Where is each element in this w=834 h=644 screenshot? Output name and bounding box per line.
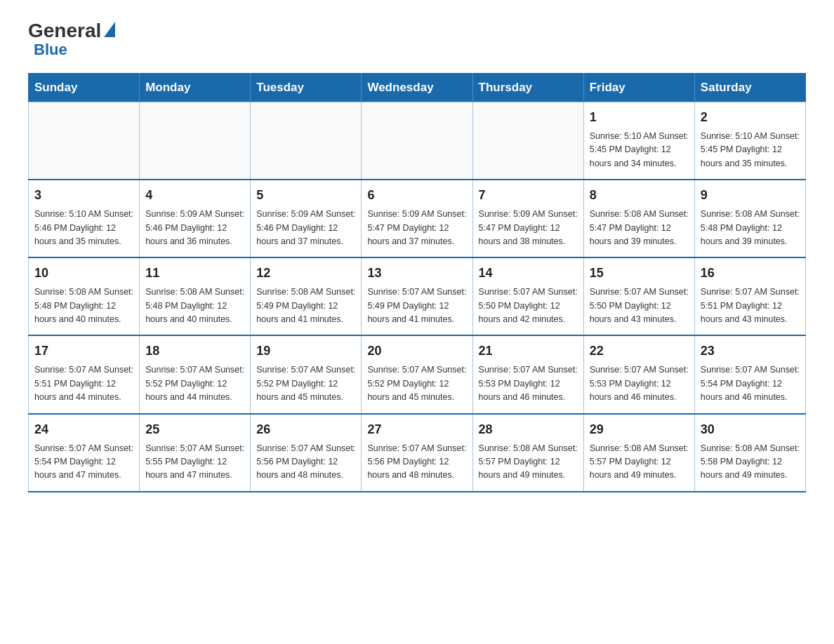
calendar-cell: 27Sunrise: 5:07 AM Sunset: 5:56 PM Dayli… — [362, 414, 472, 492]
day-of-week-header: Sunday — [29, 74, 140, 102]
day-number: 1 — [590, 108, 689, 127]
calendar-cell: 17Sunrise: 5:07 AM Sunset: 5:51 PM Dayli… — [29, 335, 140, 413]
day-info: Sunrise: 5:07 AM Sunset: 5:55 PM Dayligh… — [145, 442, 244, 483]
day-number: 19 — [256, 342, 355, 361]
day-info: Sunrise: 5:10 AM Sunset: 5:45 PM Dayligh… — [590, 130, 689, 170]
day-number: 7 — [479, 186, 578, 205]
day-of-week-header: Saturday — [694, 74, 805, 102]
day-info: Sunrise: 5:09 AM Sunset: 5:47 PM Dayligh… — [367, 208, 466, 248]
day-number: 27 — [367, 420, 466, 439]
calendar-cell — [472, 102, 583, 180]
logo-triangle-icon — [104, 22, 115, 37]
day-of-week-header: Thursday — [472, 74, 583, 102]
day-info: Sunrise: 5:08 AM Sunset: 5:57 PM Dayligh… — [590, 442, 689, 483]
day-info: Sunrise: 5:08 AM Sunset: 5:49 PM Dayligh… — [256, 286, 355, 326]
calendar-week-row: 10Sunrise: 5:08 AM Sunset: 5:48 PM Dayli… — [29, 257, 806, 335]
logo-general-text: General — [28, 21, 101, 41]
day-number: 15 — [590, 264, 689, 283]
day-of-week-header: Friday — [583, 74, 694, 102]
day-info: Sunrise: 5:10 AM Sunset: 5:45 PM Dayligh… — [701, 130, 800, 170]
calendar-cell: 5Sunrise: 5:09 AM Sunset: 5:46 PM Daylig… — [251, 180, 362, 257]
day-number: 21 — [479, 342, 578, 361]
day-info: Sunrise: 5:07 AM Sunset: 5:50 PM Dayligh… — [479, 286, 578, 326]
page-header: General Blue — [28, 21, 806, 59]
calendar-cell: 7Sunrise: 5:09 AM Sunset: 5:47 PM Daylig… — [472, 180, 583, 257]
calendar-cell: 6Sunrise: 5:09 AM Sunset: 5:47 PM Daylig… — [362, 180, 472, 257]
calendar-cell: 19Sunrise: 5:07 AM Sunset: 5:52 PM Dayli… — [251, 335, 362, 413]
calendar-week-row: 17Sunrise: 5:07 AM Sunset: 5:51 PM Dayli… — [29, 335, 806, 413]
day-info: Sunrise: 5:07 AM Sunset: 5:53 PM Dayligh… — [590, 363, 689, 404]
calendar-cell: 14Sunrise: 5:07 AM Sunset: 5:50 PM Dayli… — [472, 257, 583, 335]
day-info: Sunrise: 5:08 AM Sunset: 5:48 PM Dayligh… — [701, 208, 800, 248]
day-number: 14 — [479, 264, 578, 283]
calendar-cell: 26Sunrise: 5:07 AM Sunset: 5:56 PM Dayli… — [251, 414, 362, 492]
day-info: Sunrise: 5:07 AM Sunset: 5:53 PM Dayligh… — [479, 363, 578, 404]
day-info: Sunrise: 5:07 AM Sunset: 5:54 PM Dayligh… — [701, 363, 800, 404]
day-of-week-header: Tuesday — [251, 74, 362, 102]
day-number: 10 — [34, 264, 133, 283]
day-info: Sunrise: 5:07 AM Sunset: 5:52 PM Dayligh… — [145, 363, 244, 404]
calendar-header-row: SundayMondayTuesdayWednesdayThursdayFrid… — [29, 74, 806, 102]
calendar-cell: 9Sunrise: 5:08 AM Sunset: 5:48 PM Daylig… — [694, 180, 805, 257]
day-info: Sunrise: 5:07 AM Sunset: 5:52 PM Dayligh… — [367, 363, 466, 404]
day-number: 29 — [590, 420, 689, 439]
day-info: Sunrise: 5:09 AM Sunset: 5:46 PM Dayligh… — [256, 208, 355, 248]
calendar-cell: 2Sunrise: 5:10 AM Sunset: 5:45 PM Daylig… — [694, 102, 805, 180]
calendar-week-row: 1Sunrise: 5:10 AM Sunset: 5:45 PM Daylig… — [29, 102, 806, 180]
calendar-cell: 20Sunrise: 5:07 AM Sunset: 5:52 PM Dayli… — [362, 335, 472, 413]
calendar-cell: 22Sunrise: 5:07 AM Sunset: 5:53 PM Dayli… — [583, 335, 694, 413]
calendar-table: SundayMondayTuesdayWednesdayThursdayFrid… — [28, 73, 806, 492]
day-number: 8 — [590, 186, 689, 205]
day-info: Sunrise: 5:07 AM Sunset: 5:51 PM Dayligh… — [701, 286, 800, 326]
calendar-cell: 13Sunrise: 5:07 AM Sunset: 5:49 PM Dayli… — [362, 257, 472, 335]
calendar-cell: 30Sunrise: 5:08 AM Sunset: 5:58 PM Dayli… — [694, 414, 805, 492]
calendar-cell: 4Sunrise: 5:09 AM Sunset: 5:46 PM Daylig… — [140, 180, 251, 257]
calendar-cell — [140, 102, 251, 180]
calendar-cell: 16Sunrise: 5:07 AM Sunset: 5:51 PM Dayli… — [694, 257, 805, 335]
day-info: Sunrise: 5:07 AM Sunset: 5:52 PM Dayligh… — [256, 363, 355, 404]
day-info: Sunrise: 5:10 AM Sunset: 5:46 PM Dayligh… — [34, 208, 133, 248]
calendar-cell: 3Sunrise: 5:10 AM Sunset: 5:46 PM Daylig… — [29, 180, 140, 257]
day-info: Sunrise: 5:08 AM Sunset: 5:58 PM Dayligh… — [701, 442, 800, 483]
day-info: Sunrise: 5:07 AM Sunset: 5:56 PM Dayligh… — [367, 442, 466, 483]
calendar-cell — [362, 102, 472, 180]
day-info: Sunrise: 5:09 AM Sunset: 5:47 PM Dayligh… — [479, 208, 578, 248]
day-number: 9 — [701, 186, 800, 205]
day-number: 3 — [34, 186, 133, 205]
day-info: Sunrise: 5:07 AM Sunset: 5:49 PM Dayligh… — [367, 286, 466, 326]
calendar-cell: 1Sunrise: 5:10 AM Sunset: 5:45 PM Daylig… — [583, 102, 694, 180]
day-number: 24 — [34, 420, 133, 439]
day-info: Sunrise: 5:08 AM Sunset: 5:48 PM Dayligh… — [145, 286, 244, 326]
day-number: 4 — [145, 186, 244, 205]
calendar-cell: 8Sunrise: 5:08 AM Sunset: 5:47 PM Daylig… — [583, 180, 694, 257]
calendar-cell: 11Sunrise: 5:08 AM Sunset: 5:48 PM Dayli… — [140, 257, 251, 335]
day-info: Sunrise: 5:07 AM Sunset: 5:56 PM Dayligh… — [256, 442, 355, 483]
calendar-cell: 12Sunrise: 5:08 AM Sunset: 5:49 PM Dayli… — [251, 257, 362, 335]
day-info: Sunrise: 5:08 AM Sunset: 5:57 PM Dayligh… — [479, 442, 578, 483]
day-number: 18 — [145, 342, 244, 361]
logo-blue-text: Blue — [34, 41, 67, 59]
day-info: Sunrise: 5:08 AM Sunset: 5:47 PM Dayligh… — [590, 208, 689, 248]
calendar-week-row: 3Sunrise: 5:10 AM Sunset: 5:46 PM Daylig… — [29, 180, 806, 257]
day-of-week-header: Monday — [140, 74, 251, 102]
day-number: 2 — [701, 108, 800, 127]
calendar-week-row: 24Sunrise: 5:07 AM Sunset: 5:54 PM Dayli… — [29, 414, 806, 492]
day-number: 26 — [256, 420, 355, 439]
day-number: 20 — [367, 342, 466, 361]
day-number: 28 — [479, 420, 578, 439]
day-number: 30 — [701, 420, 800, 439]
day-number: 12 — [256, 264, 355, 283]
calendar-cell: 29Sunrise: 5:08 AM Sunset: 5:57 PM Dayli… — [583, 414, 694, 492]
day-number: 6 — [367, 186, 466, 205]
day-number: 5 — [256, 186, 355, 205]
calendar-cell: 18Sunrise: 5:07 AM Sunset: 5:52 PM Dayli… — [140, 335, 251, 413]
day-info: Sunrise: 5:08 AM Sunset: 5:48 PM Dayligh… — [34, 286, 133, 326]
day-of-week-header: Wednesday — [362, 74, 472, 102]
logo: General Blue — [28, 21, 115, 59]
day-number: 25 — [145, 420, 244, 439]
day-number: 17 — [34, 342, 133, 361]
calendar-cell: 10Sunrise: 5:08 AM Sunset: 5:48 PM Dayli… — [29, 257, 140, 335]
day-number: 22 — [590, 342, 689, 361]
calendar-cell: 28Sunrise: 5:08 AM Sunset: 5:57 PM Dayli… — [472, 414, 583, 492]
day-number: 11 — [145, 264, 244, 283]
